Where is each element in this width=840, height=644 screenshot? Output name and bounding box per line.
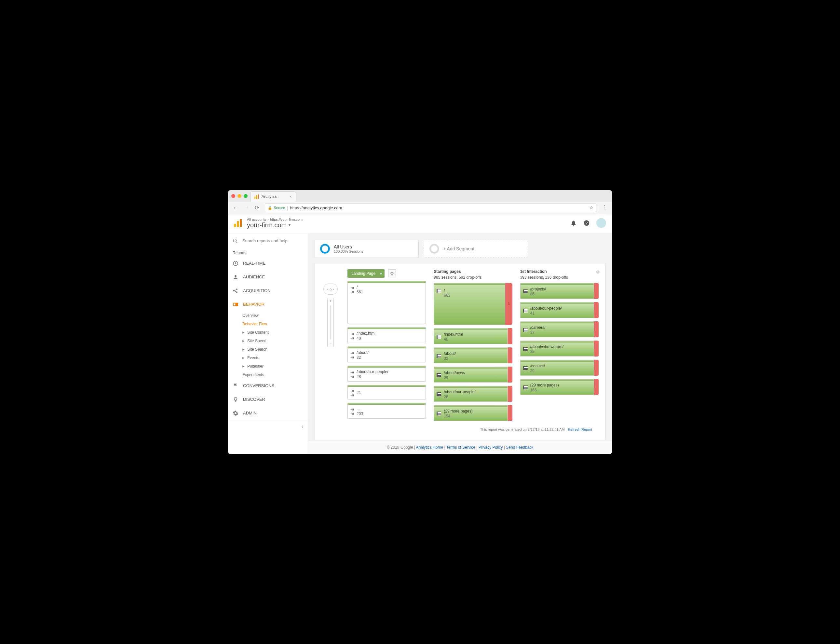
arrow-icon: ⇥⇥	[350, 389, 354, 397]
caret-icon: ▶	[242, 356, 245, 360]
flow-node[interactable]: ⇥⇥ /661	[347, 281, 426, 324]
user-avatar[interactable]	[596, 218, 606, 228]
subnav-site-speed[interactable]: ▶Site Speed	[242, 337, 308, 345]
svg-rect-2	[258, 194, 259, 199]
subnav-events[interactable]: ▶Events	[242, 353, 308, 362]
zoom-out-button[interactable]: −	[329, 341, 331, 347]
flow-home-button[interactable]: ‹⌂›	[323, 284, 338, 295]
subnav-publisher[interactable]: ▶Publisher	[242, 362, 308, 371]
forward-button[interactable]: →	[244, 204, 249, 211]
remove-column-icon[interactable]: ⊗	[596, 269, 600, 274]
dropoff-indicator: ⇩	[505, 283, 513, 325]
flow-node[interactable]: (29 more pages)194	[434, 405, 508, 421]
svg-rect-1	[256, 196, 257, 199]
ga-logo-icon	[233, 219, 242, 228]
flow-column-landing: Landing Page ⚙ ⇥⇥ /661 ⇥⇥ /index.html40 …	[347, 269, 426, 424]
breadcrumb-property[interactable]: https://your-firm.com	[270, 217, 303, 222]
browser-tab[interactable]: Analytics ×	[250, 191, 296, 202]
footer-link-tos[interactable]: Terms of Service	[446, 445, 475, 450]
flow-node[interactable]: /index.html40	[434, 328, 508, 344]
close-window-icon[interactable]	[231, 194, 235, 198]
app-header: All accounts › https://your-firm.com you…	[228, 214, 612, 234]
page-icon	[523, 289, 528, 295]
flow-node[interactable]: /about/our-people/28	[434, 386, 508, 402]
url-input[interactable]: 🔒 Secure | https://analytics.google.com …	[265, 203, 596, 212]
svg-rect-3	[234, 223, 236, 227]
flow-node[interactable]: /projects/85	[520, 283, 594, 299]
ga-favicon-icon	[254, 194, 259, 199]
page-icon	[437, 411, 441, 417]
flow-node[interactable]: /about/news29	[434, 366, 508, 383]
footer-link-privacy[interactable]: Privacy Policy	[478, 445, 503, 450]
dropoff-indicator	[594, 360, 599, 376]
sidebar-item-conversions[interactable]: CONVERSIONS	[228, 379, 308, 393]
tab-close-icon[interactable]: ×	[290, 194, 292, 199]
bookmark-icon[interactable]: ☆	[589, 205, 593, 211]
back-button[interactable]: ←	[233, 204, 239, 211]
zoom-slider[interactable]	[330, 306, 331, 340]
flow-column-starting: Starting pages 985 sessions, 592 drop-of…	[434, 269, 512, 424]
subnav-experiments[interactable]: Experiments	[242, 371, 308, 379]
add-segment-button[interactable]: + Add Segment	[424, 240, 528, 258]
property-selector[interactable]: your-firm.com ▾	[247, 222, 303, 229]
sidebar-item-behavior[interactable]: BEHAVIOR	[228, 297, 308, 311]
refresh-report-link[interactable]: Refresh Report	[568, 427, 592, 431]
dropoff-indicator	[508, 328, 513, 344]
bulb-icon	[233, 396, 239, 402]
flow-node[interactable]: ⇥⇥ /about/our-people/28	[347, 366, 426, 381]
home-icon: ⌂	[329, 287, 332, 291]
footer-link-home[interactable]: Analytics Home	[416, 445, 443, 450]
flow-node[interactable]: /about/who-we-are/35	[520, 340, 594, 356]
subnav-behavior-flow[interactable]: Behavior Flow	[242, 320, 308, 328]
notifications-icon[interactable]	[570, 220, 577, 226]
flow-node[interactable]: ⇥⇥ /index.html40	[347, 327, 426, 343]
flow-node[interactable]: (29 more pages)166	[520, 379, 594, 395]
column-subtitle: 985 sessions, 592 drop-offs	[434, 275, 512, 280]
copyright: © 2018 Google |	[387, 445, 416, 450]
subnav-overview[interactable]: Overview	[242, 311, 308, 320]
add-segment-label: + Add Segment	[443, 246, 474, 251]
behavior-icon	[233, 301, 239, 307]
flow-node[interactable]: ⇥⇥ /about/32	[347, 347, 426, 362]
lock-icon: 🔒 Secure	[268, 206, 285, 210]
sidebar-item-acquisition[interactable]: ACQUISITION	[228, 284, 308, 297]
share-icon	[233, 288, 239, 294]
sidebar-item-audience[interactable]: AUDIENCE	[228, 270, 308, 284]
flow-node[interactable]: /662	[434, 283, 505, 325]
landing-page-selector[interactable]: Landing Page	[347, 269, 385, 278]
page-icon	[523, 347, 528, 352]
reload-button[interactable]: ⟳	[255, 204, 260, 211]
zoom-window-icon[interactable]	[244, 194, 247, 198]
arrow-icon: ⇥⇥	[350, 286, 354, 294]
svg-rect-0	[254, 197, 255, 199]
footer-link-feedback[interactable]: Send Feedback	[506, 445, 533, 450]
segment-all-users[interactable]: All Users 100.00% Sessions	[314, 240, 419, 258]
settings-icon[interactable]: ⚙	[388, 269, 396, 277]
window-controls[interactable]	[231, 194, 247, 198]
browser-menu-icon[interactable]: ⋮	[601, 204, 607, 211]
sidebar-item-admin[interactable]: ADMIN	[228, 406, 308, 420]
flow-node[interactable]: ⇥⇥ ...203	[347, 403, 426, 419]
subnav-site-content[interactable]: ▶Site Content	[242, 328, 308, 337]
sidebar-search[interactable]: Search reports and help	[228, 234, 308, 248]
breadcrumb[interactable]: All accounts › https://your-firm.com	[247, 217, 303, 222]
flow-node[interactable]: /about/our-people/41	[520, 302, 594, 318]
flow-node[interactable]: /about/32	[434, 347, 508, 363]
svg-point-14	[236, 291, 238, 293]
gear-icon	[233, 410, 239, 416]
dropoff-indicator	[594, 283, 599, 299]
help-icon[interactable]: ?	[583, 220, 590, 226]
dropoff-indicator	[508, 347, 513, 363]
sidebar-item-realtime[interactable]: REAL-TIME	[228, 256, 308, 270]
collapse-sidebar-button[interactable]: ‹	[228, 420, 308, 433]
flow-node[interactable]: /contact/29	[520, 360, 594, 376]
flow-node[interactable]: /careers/37	[520, 321, 594, 337]
subnav-site-search[interactable]: ▶Site Search	[242, 345, 308, 353]
minimize-window-icon[interactable]	[237, 194, 241, 198]
sidebar-item-discover[interactable]: DISCOVER	[228, 393, 308, 406]
svg-text:?: ?	[585, 221, 588, 225]
flow-node[interactable]: ⇥⇥ 21	[347, 385, 426, 399]
zoom-in-button[interactable]: +	[329, 298, 331, 304]
breadcrumb-root[interactable]: All accounts	[247, 217, 266, 222]
svg-point-8	[233, 239, 236, 242]
